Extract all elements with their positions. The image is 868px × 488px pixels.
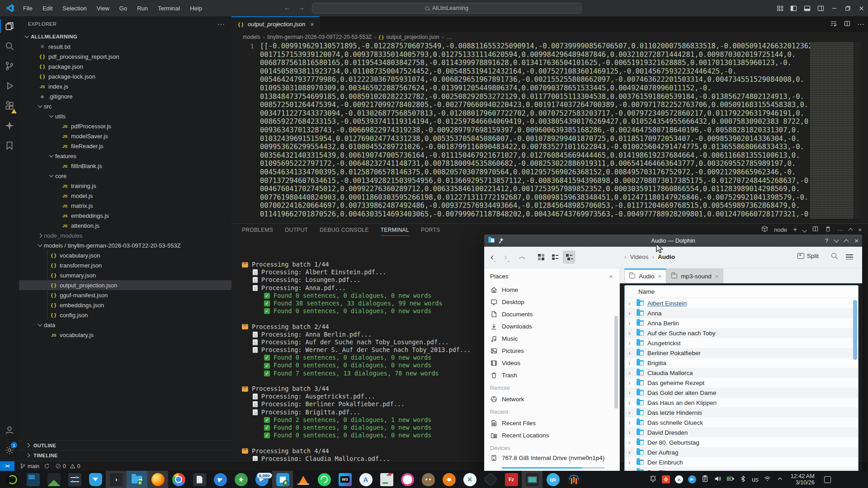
show-desktop-button[interactable] [824, 476, 831, 483]
tree-file-config-json[interactable]: { }config.json [19, 310, 231, 320]
expand-chevron-icon[interactable]: › [628, 329, 633, 337]
file-row-ausgetrickst[interactable]: ›Ausgetrickst [625, 338, 858, 348]
tree-file-package-lock-json[interactable]: { }package-lock.json [19, 71, 231, 81]
customize-layout-icon[interactable] [773, 0, 787, 16]
git-branch-item[interactable]: main [20, 463, 50, 469]
expand-chevron-icon[interactable]: › [628, 409, 633, 416]
place-recent-files[interactable]: Recent Files [484, 417, 619, 429]
panel-tab-problems[interactable]: PROBLEMS [242, 227, 273, 236]
tray-expand-icon[interactable] [776, 475, 784, 484]
tree-file-fillinblank-js[interactable]: JSfillInBlank.js [19, 161, 231, 171]
tree-file-vocabulary-json[interactable]: { }vocabulary.json [19, 250, 231, 260]
taskbar-app-blender[interactable] [439, 471, 459, 488]
toggle-panel-icon[interactable] [800, 0, 814, 16]
taskbar-app-whatsapp[interactable] [314, 471, 335, 488]
notifications-bell-icon[interactable] [649, 475, 657, 484]
panel-tab-terminal[interactable]: TERMINAL [381, 227, 409, 236]
taskbar-app-falkon[interactable] [210, 471, 231, 488]
place-home[interactable]: Home [484, 284, 619, 296]
taskbar-app-photos[interactable] [43, 471, 64, 488]
tree-folder-src[interactable]: src [19, 101, 231, 111]
extensions-activity-icon[interactable] [0, 96, 19, 116]
minimize-button[interactable] [827, 0, 841, 16]
tree-file-vocabulary-js[interactable]: JSvocabulary.js [19, 330, 231, 340]
close-panel-icon[interactable]: × [858, 226, 862, 233]
expand-chevron-icon[interactable]: › [628, 429, 633, 436]
expand-chevron-icon[interactable]: › [628, 310, 633, 317]
menu-edit[interactable]: Edit [38, 3, 57, 14]
kill-terminal-icon[interactable] [825, 225, 831, 234]
taskbar-app-chrome[interactable] [168, 471, 189, 488]
file-row-der-80-geburtstag[interactable]: ›Der 80. Geburtstag [625, 437, 858, 447]
expand-chevron-icon[interactable]: › [628, 419, 633, 426]
taskbar-app-gwenview[interactable] [397, 471, 418, 488]
tree-file-modelsaver-js[interactable]: JSmodelSaver.js [19, 131, 231, 141]
clipboard-tray-icon[interactable] [701, 475, 709, 484]
battery-tray-icon[interactable] [726, 475, 734, 484]
file-view-scrollbar[interactable] [853, 300, 857, 360]
volume-tray-icon[interactable] [714, 475, 722, 484]
tree-file-training-js[interactable]: JStraining.js [19, 181, 231, 191]
tree-folder-node-modules[interactable]: node_modules [19, 230, 231, 240]
tree-folder-data[interactable]: data [19, 320, 231, 330]
place-desktop[interactable]: Desktop [484, 296, 619, 308]
expand-chevron-icon[interactable]: › [628, 359, 633, 366]
tree-file-transformer-json[interactable]: { }transformer.json [19, 260, 231, 270]
taskbar-app-updates[interactable] [376, 471, 397, 488]
panel-tab-ports[interactable]: PORTS [421, 227, 440, 236]
code-content[interactable]: 1[[-0.009919629130571895,-0.012287570607… [231, 42, 810, 218]
taskbar-app-green-app[interactable] [231, 471, 251, 488]
tree-file-filereader-js[interactable]: JSfileReader.js [19, 141, 231, 151]
tab-output-projection[interactable]: { } output_projection.json × [231, 16, 320, 32]
taskbar-app-dolphin[interactable]: + [127, 471, 147, 488]
telegram-tray-icon[interactable] [688, 475, 696, 483]
menu-run[interactable]: Run [133, 3, 152, 14]
more-actions-icon[interactable]: ··· [857, 20, 864, 28]
tree-file-embeddings-json[interactable]: { }embeddings.json [19, 300, 231, 310]
tree-folder-utils[interactable]: utils [19, 111, 231, 121]
sync-icon[interactable] [44, 463, 50, 469]
file-row-das-letzte-hindernis[interactable]: ›Das letzte Hindernis [625, 408, 858, 418]
taskbar-app-discover[interactable] [85, 471, 106, 488]
editor-scrollbar[interactable] [854, 42, 861, 219]
tree-file-embeddings-js[interactable]: JSembeddings.js [19, 211, 231, 221]
tree-file-matrix-js[interactable]: JSmatrix.js [19, 201, 231, 211]
taskbar-app-gimp[interactable] [418, 471, 439, 488]
column-header-name[interactable]: Name [625, 286, 858, 298]
expand-chevron-icon[interactable]: › [628, 319, 633, 327]
tree-file-model-js[interactable]: JSmodel.js [19, 191, 231, 201]
menu-file[interactable]: File [19, 3, 37, 14]
expand-chevron-icon[interactable]: › [628, 399, 633, 406]
dolphin-breadcrumb[interactable]: › Videos › Audio [624, 253, 675, 260]
back-arrow-icon[interactable]: ← [284, 4, 291, 11]
restore-button[interactable] [841, 0, 854, 16]
outline-section[interactable]: OUTLINE [19, 440, 231, 450]
expand-chevron-icon[interactable]: › [628, 439, 633, 446]
tree-file-summary-json[interactable]: { }summary.json [19, 270, 231, 280]
wifi-tray-icon[interactable] [764, 475, 771, 484]
meeting-tray-icon[interactable]: × [675, 475, 683, 483]
tree-file-package-json[interactable]: { }package.json [19, 61, 231, 71]
place-music[interactable]: Music [484, 333, 619, 345]
compact-view-button[interactable] [549, 251, 561, 263]
toggle-sidebar-icon[interactable] [787, 0, 800, 16]
expand-chevron-icon[interactable]: › [628, 300, 633, 307]
timeline-section[interactable]: TIMELINE [19, 450, 231, 460]
taskbar-app-okular[interactable] [189, 471, 210, 488]
menu-go[interactable]: Go [115, 3, 131, 14]
maximize-panel-icon[interactable] [849, 226, 852, 233]
source-control-activity-icon[interactable] [0, 56, 19, 76]
place-documents[interactable]: Documents [484, 308, 619, 320]
place-767-8-gib-internal-drive-nvme0n1p4-[interactable]: 767.8 GiB Internal Drive (nvme0n1p4) [484, 453, 619, 469]
taskbar-app-opensuse[interactable] [2, 471, 23, 488]
place-recent-locations[interactable]: Recent Locations [484, 429, 619, 441]
taskbar-app-plasma-desktop[interactable] [23, 471, 43, 488]
file-row-brigitta[interactable]: ›Brigitta [625, 358, 858, 368]
taskbar-app-chat[interactable]: 9,999 [251, 471, 272, 488]
sparkle-activity-icon[interactable] [0, 116, 19, 136]
file-row-das-gold-der-alten-dame[interactable]: ›Das Gold der alten Dame [625, 388, 858, 398]
tree-folder-features[interactable]: features [19, 151, 231, 161]
up-button[interactable]: ︿ [519, 252, 526, 261]
panel-tab-debug-console[interactable]: DEBUG CONSOLE [320, 227, 369, 236]
taskbar-app-obsidian[interactable] [480, 471, 501, 488]
